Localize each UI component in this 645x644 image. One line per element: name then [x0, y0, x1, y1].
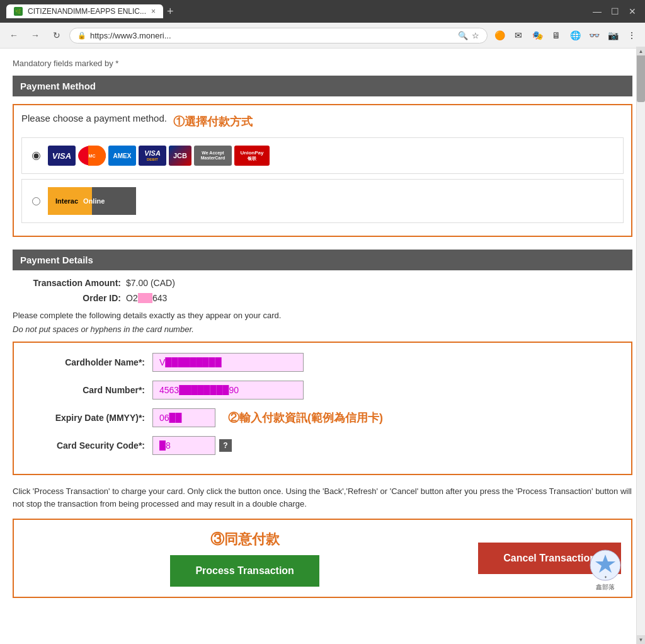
amex-logo: AMEX [108, 146, 136, 166]
ext-icon-1[interactable]: 🟠 [491, 27, 508, 43]
input-annotation: ②輸入付款資訊(範例為信用卡) [228, 410, 383, 425]
interac-logo: Interac Online [48, 187, 136, 215]
ext-icon-7[interactable]: 📷 [605, 27, 621, 43]
instruction-text-1: Please complete the following details ex… [13, 309, 632, 322]
card-number-label: Card Number*: [26, 385, 152, 395]
lock-icon: 🔒 [77, 32, 86, 40]
ext-icon-4[interactable]: 🖥 [548, 27, 564, 43]
card-security-label: Card Security Code*: [26, 440, 152, 451]
mandatory-note: Mandatory fields marked by * [13, 59, 632, 68]
more-menu-btn[interactable]: ⋮ [624, 27, 640, 43]
transaction-amount-value: $7.00 (CAD) [126, 278, 175, 288]
tab-title: CITIZENANDIMM-EAPPS ENLIC... [28, 7, 146, 16]
scrollbar-up-btn[interactable]: ▲ [637, 47, 645, 55]
ext-icon-6[interactable]: 👓 [586, 27, 602, 43]
choose-payment-annotation: ①選擇付款方式 [173, 114, 253, 129]
interac-option[interactable]: Interac Online [21, 179, 624, 223]
ext-icon-5[interactable]: 🌐 [567, 27, 583, 43]
visa-debit-logo: VISA DEBIT [139, 146, 166, 166]
toolbar-icons: 🟠 ✉ 🎭 🖥 🌐 👓 📷 ⋮ [491, 27, 640, 43]
order-id-row: Order ID: O2 643 [13, 293, 632, 303]
process-transaction-btn[interactable]: Process Transaction [170, 555, 319, 587]
watermark: ✦ 鑫部落 [590, 549, 621, 592]
svg-text:✦: ✦ [604, 575, 607, 579]
credit-card-option[interactable]: VISA MC AMEX [21, 137, 624, 174]
card-number-input[interactable] [152, 381, 304, 400]
watermark-logo-icon: ✦ [590, 549, 621, 581]
mastercard-logo: MC [78, 146, 106, 166]
new-tab-btn[interactable]: + [167, 5, 174, 18]
watermark-text: 鑫部落 [590, 583, 621, 592]
search-toolbar-icon[interactable]: 🔍 [458, 31, 468, 40]
cardholder-name-input[interactable] [152, 353, 304, 372]
expiry-date-label: Expiry Date (MMYY)*: [26, 413, 152, 423]
maximize-btn[interactable]: ☐ [608, 6, 621, 16]
browser-window: 🌿 CITIZENANDIMM-EAPPS ENLIC... × + — ☐ ✕… [0, 0, 645, 644]
close-btn[interactable]: ✕ [626, 6, 639, 16]
card-number-row: Card Number*: [26, 381, 619, 400]
credit-card-radio[interactable] [32, 152, 40, 160]
minimize-btn[interactable]: — [591, 6, 603, 16]
scrollbar-down-btn[interactable]: ▼ [637, 635, 645, 644]
scrollbar[interactable]: ▲ ▼ [636, 47, 645, 644]
ext-icon-3[interactable]: 🎭 [529, 27, 545, 43]
payment-details-header: Payment Details [13, 250, 632, 270]
browser-toolbar: ← → ↻ 🔒 https://www3.moneri... 🔍 ☆ 🟠 ✉ 🎭… [0, 23, 645, 49]
title-bar: 🌿 CITIZENANDIMM-EAPPS ENLIC... × + — ☐ ✕ [0, 0, 645, 23]
card-security-row: Card Security Code*: ? [26, 436, 619, 455]
warning-text: Click 'Process Transaction' to charge yo… [13, 485, 632, 512]
payment-method-container: Please choose a payment method. ①選擇付款方式 … [13, 104, 632, 237]
expiry-date-input[interactable] [152, 408, 215, 427]
jcb-logo: JCB [169, 146, 191, 166]
we-accept-mastercard-logo: We Accept MasterCard [194, 146, 232, 166]
page-content-area: Mandatory fields marked by * Payment Met… [0, 49, 645, 603]
card-security-input[interactable] [152, 436, 215, 455]
visa-logo: VISA [48, 146, 76, 166]
transaction-amount-row: Transaction Amount: $7.00 (CAD) [13, 278, 632, 288]
browser-tab[interactable]: 🌿 CITIZENANDIMM-EAPPS ENLIC... × [6, 4, 163, 18]
card-logos: VISA MC AMEX [48, 146, 270, 166]
transaction-amount-label: Transaction Amount: [13, 278, 126, 288]
scrollbar-thumb[interactable] [637, 52, 645, 102]
order-id-label: Order ID: [13, 293, 126, 303]
payment-details-section: Transaction Amount: $7.00 (CAD) Order ID… [13, 278, 632, 334]
back-btn[interactable]: ← [5, 26, 23, 44]
title-bar-controls: — ☐ ✕ [591, 6, 639, 16]
security-help-icon[interactable]: ? [219, 439, 232, 452]
payment-form-container: Cardholder Name*: Card Number*: Expiry D… [13, 342, 632, 475]
order-id-value: O2 643 [126, 293, 167, 303]
address-bar[interactable]: 🔒 https://www3.moneri... 🔍 ☆ [69, 28, 488, 43]
instruction-text-2: Do not put spaces or hyphens in the card… [13, 325, 632, 334]
address-text: https://www3.moneri... [90, 31, 454, 40]
forward-btn[interactable]: → [26, 26, 44, 44]
page-content: Mandatory fields marked by * Payment Met… [0, 49, 645, 603]
tab-favicon: 🌿 [14, 7, 23, 16]
expiry-date-row: Expiry Date (MMYY)*: ②輸入付款資訊(範例為信用卡) [26, 408, 619, 427]
action-area: ③同意付款 Process Transaction Cancel Transac… [13, 519, 632, 598]
refresh-btn[interactable]: ↻ [48, 26, 66, 44]
ext-icon-2[interactable]: ✉ [510, 27, 527, 43]
cardholder-name-label: Cardholder Name*: [26, 357, 152, 367]
tab-close-btn[interactable]: × [151, 7, 156, 16]
unionpay-logo: UnionPay 银联 [234, 146, 270, 166]
interac-radio[interactable] [32, 197, 40, 205]
choose-payment-text: Please choose a payment method. [21, 113, 167, 124]
payment-method-header: Payment Method [13, 76, 632, 96]
action-annotation: ③同意付款 [210, 530, 280, 549]
cardholder-name-row: Cardholder Name*: [26, 353, 619, 372]
bookmark-icon[interactable]: ☆ [472, 31, 479, 40]
